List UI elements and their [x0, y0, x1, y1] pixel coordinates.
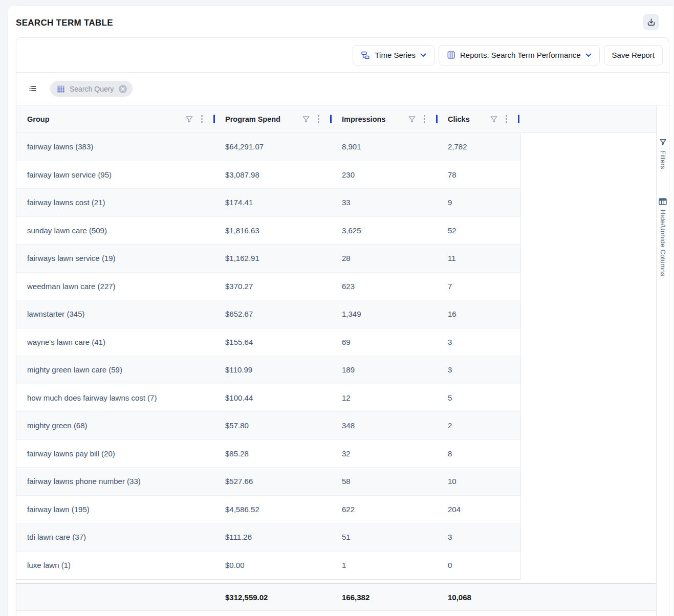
table-row[interactable]: fairway lawn (195) $4,586.52 622 204 [16, 496, 520, 524]
column-tools [490, 115, 519, 123]
chevron-down-icon [420, 53, 426, 57]
filter-funnel-icon [659, 138, 667, 146]
column-header-filler [520, 105, 656, 133]
cell-clicks: 52 [439, 217, 520, 245]
table-row[interactable]: fairway lawns (383) $64,291.07 8,901 2,7… [16, 133, 520, 161]
table-body: fairway lawns (383) $64,291.07 8,901 2,7… [16, 133, 521, 580]
time-series-label: Time Series [375, 51, 415, 59]
column-resize-handle[interactable] [213, 115, 215, 123]
hide-unhide-columns-rail-button[interactable]: Hide/Unhide Columns [659, 198, 667, 276]
columns-icon [447, 51, 455, 59]
kebab-menu-icon[interactable] [201, 115, 203, 123]
table-row[interactable]: fairways lawn service (19) $1,162.91 28 … [16, 245, 520, 273]
cell-impressions: 623 [333, 273, 439, 300]
cell-impressions: 1,349 [333, 300, 439, 328]
reports-selector-button[interactable]: Reports: Search Term Performance [439, 45, 600, 65]
column-resize-handle[interactable] [330, 115, 332, 123]
close-circle-icon[interactable] [118, 84, 127, 94]
table-row[interactable]: how much does fairway lawns cost (7) $10… [16, 384, 520, 412]
totals-group [16, 584, 216, 610]
column-header-impressions[interactable]: Impressions [333, 105, 439, 133]
table-zone: Group Program Spend [16, 105, 669, 616]
toolbar: Time Series Reports: Search Term Perform… [16, 38, 669, 73]
table-columns-icon [659, 198, 667, 205]
search-query-chip[interactable]: Search Query [50, 81, 133, 97]
cell-program-spend: $0.00 [216, 552, 333, 580]
group-by-list-icon[interactable] [28, 84, 37, 94]
cell-group: mighty green (68) [16, 412, 216, 439]
cell-clicks: 16 [439, 300, 520, 328]
kebab-menu-icon[interactable] [317, 115, 320, 123]
table-row[interactable]: luxe lawn (1) $0.00 1 0 [16, 552, 520, 580]
cell-group: wayne's lawn care (41) [16, 328, 216, 356]
column-resize-handle[interactable] [436, 115, 438, 123]
cell-group: fairway lawns pay bill (20) [16, 440, 216, 468]
cell-clicks: 2,782 [439, 133, 520, 161]
filter-funnel-icon[interactable] [490, 115, 498, 123]
cell-group: luxe lawn (1) [16, 552, 216, 580]
download-button[interactable] [643, 14, 659, 30]
filter-funnel-icon[interactable] [302, 115, 310, 123]
filters-label: Filters [659, 150, 667, 169]
table-row[interactable]: fairway lawn service (95) $3,087.98 230 … [16, 161, 520, 189]
table-row[interactable]: fairway lawns pay bill (20) $85.28 32 8 [16, 440, 520, 468]
table-row[interactable]: wayne's lawn care (41) $155.64 69 3 [16, 328, 520, 357]
table-row[interactable]: lawnstarter (345) $652.67 1,349 16 [16, 300, 520, 328]
column-header-group[interactable]: Group [16, 105, 216, 133]
cell-clicks: 9 [439, 189, 520, 216]
table-row[interactable]: sunday lawn care (509) $1,816.63 3,625 5… [16, 217, 520, 245]
table-row[interactable]: tdi lawn care (37) $111.26 51 3 [16, 523, 520, 552]
search-term-table-card: SEARCH TERM TABLE Time Series [7, 5, 674, 616]
table-row[interactable]: mighty green (68) $57.80 348 2 [16, 412, 520, 440]
cell-impressions: 189 [333, 356, 439, 384]
kebab-menu-icon[interactable] [505, 115, 508, 123]
column-label: Impressions [342, 115, 385, 123]
cell-group: tdi lawn care (37) [16, 523, 216, 551]
totals-filler [520, 584, 656, 610]
table-row[interactable]: fairway lawns phone number (33) $527.66 … [16, 468, 520, 496]
cell-impressions: 348 [333, 412, 439, 439]
totals-row: $312,559.02 166,382 10,068 [16, 583, 656, 611]
table-row[interactable]: weedman lawn care (227) $370.27 623 7 [16, 273, 520, 301]
time-series-button[interactable]: Time Series [353, 45, 434, 65]
cell-impressions: 69 [333, 328, 439, 356]
cell-impressions: 33 [333, 189, 439, 216]
cell-impressions: 28 [333, 245, 439, 272]
column-header-clicks[interactable]: Clicks [439, 105, 520, 133]
cell-clicks: 3 [439, 328, 520, 356]
cell-group: sunday lawn care (509) [16, 217, 216, 245]
column-resize-handle[interactable] [518, 115, 519, 123]
cell-impressions: 58 [333, 468, 439, 495]
cell-program-spend: $100.44 [216, 384, 333, 412]
footer-gap [16, 580, 656, 583]
cell-clicks: 7 [439, 273, 520, 300]
filters-rail-button[interactable]: Filters [659, 138, 667, 169]
cell-program-spend: $155.64 [216, 328, 333, 356]
cell-group: fairway lawns phone number (33) [16, 468, 216, 495]
chip-label: Search Query [70, 85, 114, 93]
filter-funnel-icon[interactable] [185, 115, 193, 123]
column-label: Clicks [448, 115, 470, 123]
kebab-menu-icon[interactable] [423, 115, 426, 123]
cell-group: fairway lawns (383) [16, 133, 216, 161]
cell-clicks: 10 [439, 468, 520, 495]
column-header-program-spend[interactable]: Program Spend [216, 105, 333, 133]
filter-funnel-icon[interactable] [408, 115, 416, 123]
cell-impressions: 3,625 [333, 217, 439, 245]
drag-grid-icon [57, 85, 65, 93]
cell-program-spend: $1,162.91 [216, 245, 333, 272]
download-icon [646, 17, 656, 27]
cell-group: fairway lawn service (95) [16, 161, 216, 189]
cell-clicks: 78 [439, 161, 520, 189]
card-header: SEARCH TERM TABLE [8, 6, 673, 37]
table-row[interactable]: mighty green lawn care (59) $110.99 189 … [16, 356, 520, 384]
table-row[interactable]: fairway lawns cost (21) $174.41 33 9 [16, 189, 520, 217]
column-tools [185, 115, 215, 123]
cell-program-spend: $4,586.52 [216, 496, 333, 523]
save-report-button[interactable]: Save Report [604, 45, 663, 65]
cell-clicks: 5 [439, 384, 520, 412]
column-label: Program Spend [225, 115, 280, 123]
cell-program-spend: $1,816.63 [216, 217, 333, 245]
cell-group: fairway lawn (195) [16, 496, 216, 523]
side-rail: Filters Hide/Unhide Columns [656, 105, 669, 616]
